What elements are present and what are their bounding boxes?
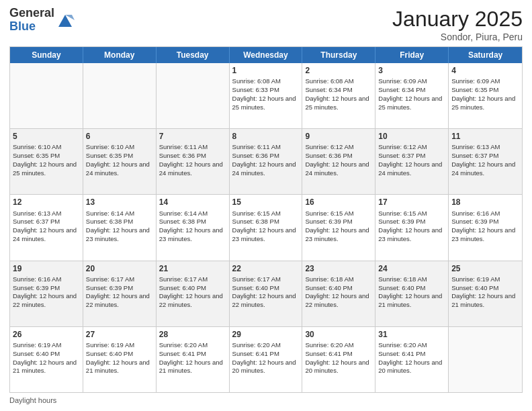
day-header-thursday: Thursday — [302, 47, 375, 63]
logo: General Blue — [9, 7, 75, 34]
sunset-text: Sunset: 6:35 PM — [451, 86, 519, 95]
daylight-text: Daylight: 12 hours and 21 minutes. — [378, 292, 445, 310]
sunset-text: Sunset: 6:41 PM — [159, 350, 226, 359]
daylight-text: Daylight: 12 hours and 24 minutes. — [232, 161, 300, 178]
title-block: January 2025 Sondor, Piura, Peru — [392, 7, 523, 42]
calendar-cell-30: 30Sunrise: 6:20 AMSunset: 6:41 PMDayligh… — [302, 327, 375, 392]
sunrise-text: Sunrise: 6:17 AM — [232, 275, 300, 284]
sunrise-text: Sunrise: 6:09 AM — [378, 77, 445, 86]
sunset-text: Sunset: 6:36 PM — [232, 152, 300, 161]
calendar-cell-27: 27Sunrise: 6:19 AMSunset: 6:40 PMDayligh… — [83, 327, 157, 392]
sunset-text: Sunset: 6:37 PM — [13, 218, 80, 226]
sunrise-text: Sunrise: 6:20 AM — [232, 341, 300, 350]
sunset-text: Sunset: 6:41 PM — [232, 350, 300, 359]
day-header-friday: Friday — [375, 47, 449, 63]
header: General Blue January 2025 Sondor, Piura,… — [9, 7, 523, 42]
calendar-cell-13: 13Sunrise: 6:14 AMSunset: 6:38 PMDayligh… — [83, 195, 157, 260]
day-number: 7 — [159, 131, 226, 142]
day-number: 22 — [232, 263, 300, 274]
calendar-cell-15: 15Sunrise: 6:15 AMSunset: 6:38 PMDayligh… — [230, 195, 303, 260]
daylight-text: Daylight: 12 hours and 22 minutes. — [86, 292, 153, 310]
sunrise-text: Sunrise: 6:15 AM — [232, 210, 300, 218]
sunset-text: Sunset: 6:38 PM — [159, 218, 226, 226]
sunrise-text: Sunrise: 6:16 AM — [13, 275, 80, 284]
sunset-text: Sunset: 6:40 PM — [305, 284, 372, 293]
sunset-text: Sunset: 6:41 PM — [378, 350, 445, 359]
sunset-text: Sunset: 6:37 PM — [451, 152, 519, 161]
daylight-text: Daylight: 12 hours and 20 minutes. — [378, 359, 445, 376]
sunrise-text: Sunrise: 6:10 AM — [13, 143, 80, 152]
logo-general-text: General — [9, 6, 54, 19]
day-number: 16 — [305, 197, 372, 208]
calendar-cell-24: 24Sunrise: 6:18 AMSunset: 6:40 PMDayligh… — [375, 261, 449, 326]
sunset-text: Sunset: 6:39 PM — [378, 218, 445, 226]
sunset-text: Sunset: 6:40 PM — [378, 284, 445, 293]
daylight-text: Daylight: 12 hours and 25 minutes. — [378, 95, 445, 112]
daylight-text: Daylight: 12 hours and 25 minutes. — [451, 95, 519, 112]
sunset-text: Sunset: 6:40 PM — [159, 284, 226, 293]
daylight-text: Daylight: 12 hours and 20 minutes. — [232, 359, 300, 376]
day-number: 12 — [13, 197, 80, 208]
calendar-cell-28: 28Sunrise: 6:20 AMSunset: 6:41 PMDayligh… — [157, 327, 230, 392]
calendar-cell-22: 22Sunrise: 6:17 AMSunset: 6:40 PMDayligh… — [230, 261, 303, 326]
sunset-text: Sunset: 6:36 PM — [159, 152, 226, 161]
calendar-cell-12: 12Sunrise: 6:13 AMSunset: 6:37 PMDayligh… — [10, 195, 83, 260]
month-title: January 2025 — [392, 7, 523, 32]
calendar-row-4: 19Sunrise: 6:16 AMSunset: 6:39 PMDayligh… — [10, 261, 522, 326]
day-number: 14 — [159, 197, 226, 208]
sunrise-text: Sunrise: 6:14 AM — [86, 210, 153, 218]
daylight-text: Daylight: 12 hours and 25 minutes. — [13, 161, 80, 178]
sunrise-text: Sunrise: 6:20 AM — [305, 341, 372, 350]
daylight-text: Daylight: 12 hours and 24 minutes. — [13, 226, 80, 244]
day-number: 30 — [305, 329, 372, 340]
day-number: 8 — [232, 131, 300, 142]
sunrise-text: Sunrise: 6:15 AM — [305, 210, 372, 218]
day-number: 2 — [305, 65, 372, 76]
sunset-text: Sunset: 6:34 PM — [305, 86, 372, 95]
sunrise-text: Sunrise: 6:15 AM — [378, 210, 445, 218]
daylight-text: Daylight: 12 hours and 25 minutes. — [232, 95, 300, 112]
sunset-text: Sunset: 6:38 PM — [86, 218, 153, 226]
location-title: Sondor, Piura, Peru — [392, 32, 523, 42]
day-number: 26 — [13, 329, 80, 340]
sunrise-text: Sunrise: 6:12 AM — [378, 143, 445, 152]
calendar-cell-18: 18Sunrise: 6:16 AMSunset: 6:39 PMDayligh… — [449, 195, 522, 260]
sunset-text: Sunset: 6:36 PM — [305, 152, 372, 161]
daylight-text: Daylight: 12 hours and 23 minutes. — [159, 226, 226, 244]
calendar-cell-7: 7Sunrise: 6:11 AMSunset: 6:36 PMDaylight… — [157, 129, 230, 194]
sunrise-text: Sunrise: 6:11 AM — [159, 143, 226, 152]
daylight-text: Daylight: 12 hours and 24 minutes. — [305, 161, 372, 178]
footer-label: Daylight hours — [9, 396, 56, 404]
sunset-text: Sunset: 6:38 PM — [232, 218, 300, 226]
calendar-cell-23: 23Sunrise: 6:18 AMSunset: 6:40 PMDayligh… — [302, 261, 375, 326]
day-number: 11 — [451, 131, 519, 142]
calendar-cell-empty-4-6 — [449, 327, 522, 392]
daylight-text: Daylight: 12 hours and 21 minutes. — [451, 292, 519, 310]
day-number: 29 — [232, 329, 300, 340]
day-header-saturday: Saturday — [449, 47, 522, 63]
sunrise-text: Sunrise: 6:09 AM — [451, 77, 519, 86]
sunset-text: Sunset: 6:34 PM — [378, 86, 445, 95]
day-header-wednesday: Wednesday — [230, 47, 303, 63]
calendar: SundayMondayTuesdayWednesdayThursdayFrid… — [9, 46, 523, 393]
sunset-text: Sunset: 6:39 PM — [451, 218, 519, 226]
sunrise-text: Sunrise: 6:18 AM — [305, 275, 372, 284]
sunrise-text: Sunrise: 6:17 AM — [159, 275, 226, 284]
daylight-text: Daylight: 12 hours and 22 minutes. — [159, 292, 226, 310]
footer: Daylight hours — [9, 396, 523, 404]
sunrise-text: Sunrise: 6:14 AM — [159, 210, 226, 218]
day-number: 23 — [305, 263, 372, 274]
sunrise-text: Sunrise: 6:16 AM — [451, 210, 519, 218]
day-number: 24 — [378, 263, 445, 274]
day-number: 19 — [13, 263, 80, 274]
daylight-text: Daylight: 12 hours and 23 minutes. — [378, 226, 445, 244]
day-header-tuesday: Tuesday — [157, 47, 230, 63]
day-number: 9 — [305, 131, 372, 142]
day-number: 1 — [232, 65, 300, 76]
sunset-text: Sunset: 6:41 PM — [305, 350, 372, 359]
sunrise-text: Sunrise: 6:10 AM — [86, 143, 153, 152]
daylight-text: Daylight: 12 hours and 22 minutes. — [305, 292, 372, 310]
calendar-cell-2: 2Sunrise: 6:08 AMSunset: 6:34 PMDaylight… — [302, 63, 375, 128]
sunset-text: Sunset: 6:35 PM — [13, 152, 80, 161]
daylight-text: Daylight: 12 hours and 24 minutes. — [378, 161, 445, 178]
